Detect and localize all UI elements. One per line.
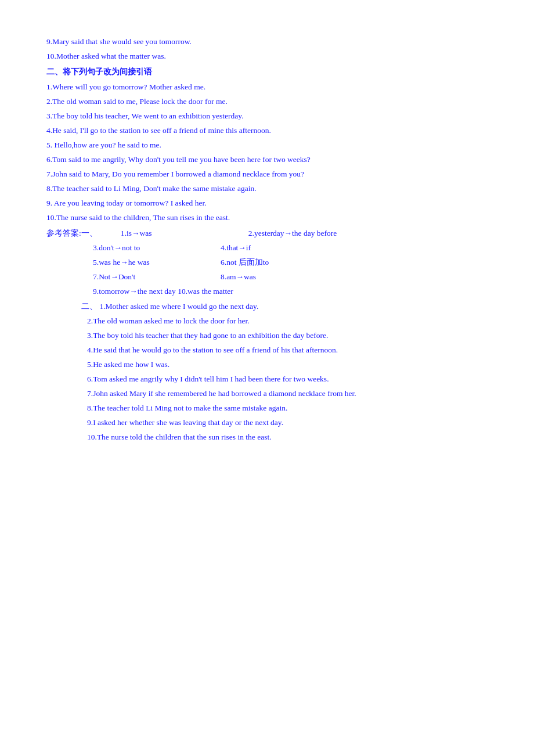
main-content: 9.Mary said that she would see you tomor… [46,35,488,445]
q2-9: 9. Are you leaving today or tomorrow? I … [46,196,488,211]
q2-5: 5. Hello,how are you? he said to me. [46,138,488,153]
ans-p2-8: 8.The teacher told Li Ming not to make t… [81,401,488,416]
ans-p2-3: 3.The boy told his teacher that they had… [81,329,488,343]
ans-p2-10: 10.The nurse told the children that the … [81,430,488,445]
line-9-continuation: 9.Mary said that she would see you tomor… [46,35,488,49]
ans-p2-2: 2.The old woman asked me to lock the doo… [81,314,488,329]
answers-row2: 3.don't→not to 4.that→if [46,241,488,255]
ans-p2-9: 9.I asked her whether she was leaving th… [81,416,488,430]
q2-4: 4.He said, I'll go to the station to see… [46,124,488,138]
q2-3: 3.The boy told his teacher, We went to a… [46,109,488,124]
part2-answers-section: 二、 1.Mother asked me where I would go th… [46,300,488,445]
ans3-left: 5.was he→he was [93,255,197,270]
ans-p2-4: 4.He said that he would go to the statio… [81,343,488,358]
ans4-right: 8.am→was [221,270,337,285]
q2-6: 6.Tom said to me angrily, Why don't you … [46,153,488,167]
q2-8: 8.The teacher said to Li Ming, Don't mak… [46,182,488,196]
q2-7: 7.John said to Mary, Do you remember I b… [46,167,488,182]
ans-p2-7: 7.John asked Mary if she remembered he h… [81,387,488,401]
q2-2: 2.The old woman said to me, Please lock … [46,95,488,109]
ans4-left: 7.Not→Don't [93,270,197,285]
part2-title-text: 二、 [81,302,99,311]
line-10-continuation: 10.Mother asked what the matter was. [46,49,488,64]
part2-title: 二、 1.Mother asked me where I would go th… [81,300,488,314]
ans1-right: 2.yesterday→the day before [248,226,365,241]
ans1-left: 1.is→was [121,226,225,241]
ans2-right: 4.that→if [221,241,337,255]
q2-10: 10.The nurse said to the children, The s… [46,211,488,225]
ans-p2-1: 1.Mother asked me where I would go the n… [99,302,258,311]
ans-p2-6: 6.Tom asked me angrily why I didn't tell… [81,372,488,387]
answers-row5: 9.tomorrow→the next day 10.was the matte… [46,285,488,299]
answers-header-row: 参考答案:一、 1.is→was 2.yesterday→the day bef… [46,226,488,241]
answers-row3: 5.was he→he was 6.not 后面加to [46,255,488,270]
answers-row4: 7.Not→Don't 8.am→was [46,270,488,285]
ans-p2-5: 5.He asked me how I was. [81,358,488,372]
answers-section: 参考答案:一、 1.is→was 2.yesterday→the day bef… [46,226,488,299]
q2-1: 1.Where will you go tomorrow? Mother ask… [46,80,488,95]
answers-title: 参考答案:一、 [46,226,98,241]
ans3-right: 6.not 后面加to [221,255,337,270]
ans2-left: 3.don't→not to [93,241,197,255]
section2-title: 二、将下列句子改为间接引语 [46,64,488,80]
